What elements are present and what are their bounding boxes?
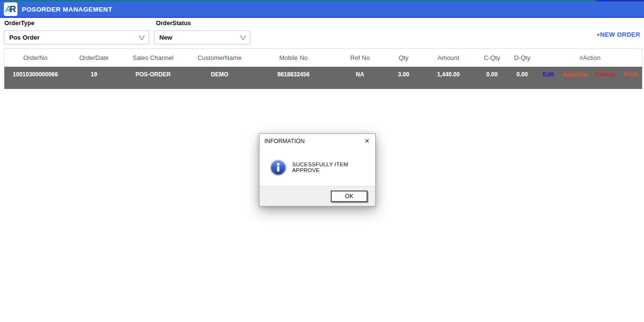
ok-button[interactable]: OK	[331, 190, 368, 202]
col-orderdate: OrderDate	[66, 49, 122, 67]
cell-order-no: 10010300000066	[4, 67, 66, 89]
table-header-row: OrderNo OrderDate Sales Channel Customer…	[4, 49, 642, 67]
order-type-value: Pos Order	[9, 34, 40, 41]
cell-sales-channel: POS-ORDER	[122, 67, 184, 89]
edit-link[interactable]: Edit	[543, 71, 554, 78]
cell-actions: Edit Apporve Cancel Print	[538, 67, 642, 89]
cell-customer-name: DEMO	[184, 67, 255, 89]
dialog-titlebar: INFORMATION ✕	[260, 134, 375, 148]
cell-mobile-no: 9818832456	[255, 67, 332, 89]
new-order-button[interactable]: +NEW ORDER	[597, 31, 640, 38]
dialog-footer: OK	[260, 186, 375, 206]
col-qty: Qty	[388, 49, 419, 67]
cell-qty: 3.00	[388, 67, 419, 89]
col-mobile-no: Mobile No	[255, 49, 332, 67]
top-accent-strip-right	[596, 0, 644, 1]
app-header: A R POSORDER MANAGEMENT	[0, 1, 644, 18]
dialog-body: SUCESSFULLY ITEM APPROVE	[260, 148, 375, 186]
cell-d-qty: 0.00	[506, 67, 538, 89]
cell-c-qty: 0.00	[477, 67, 506, 89]
order-status-select[interactable]: New V	[154, 30, 250, 44]
orders-table-container: OrderNo OrderDate Sales Channel Customer…	[4, 48, 643, 89]
col-ref-no: Ref No	[332, 49, 388, 67]
cell-ref-no: NA	[332, 67, 388, 89]
dialog-message: SUCESSFULLY ITEM APPROVE	[292, 161, 375, 173]
col-orderno: OrderNo	[4, 49, 66, 67]
approve-link[interactable]: Apporve	[563, 71, 587, 78]
col-amount: Amount	[419, 49, 477, 67]
chevron-down-icon: V	[240, 34, 246, 42]
dialog-title: INFORMATION	[264, 138, 305, 145]
app-logo: A R	[4, 2, 17, 16]
col-sales-channel: Sales Channel	[122, 49, 184, 67]
cell-amount: 1,440.00	[419, 67, 477, 89]
info-icon	[270, 159, 287, 176]
col-c-qty: C-Qty	[477, 49, 506, 67]
order-status-value: New	[159, 34, 172, 41]
order-type-select[interactable]: Pos Order V	[4, 30, 149, 44]
ar-logo-icon: A R	[5, 4, 16, 15]
col-action: #Action	[538, 49, 642, 67]
order-type-label: OrderType	[4, 20, 34, 27]
cell-order-date: 19	[66, 67, 122, 89]
order-status-label: OrderStatus	[156, 20, 191, 27]
col-customername: CustomerName	[184, 49, 255, 67]
orders-table: OrderNo OrderDate Sales Channel Customer…	[4, 49, 642, 89]
cancel-link[interactable]: Cancel	[596, 71, 615, 78]
page-title: POSORDER MANAGEMENT	[22, 6, 112, 13]
information-dialog: INFORMATION ✕ SUCESSFULLY ITEM APPROVE O…	[259, 133, 376, 206]
print-link[interactable]: Print	[624, 71, 637, 78]
table-row[interactable]: 10010300000066 19 POS-ORDER DEMO 9818832…	[4, 67, 642, 89]
svg-text:R: R	[10, 4, 16, 14]
col-d-qty: D-Qty	[506, 49, 538, 67]
close-icon[interactable]: ✕	[363, 137, 371, 146]
top-accent-strip	[0, 0, 644, 1]
chevron-down-icon: V	[138, 34, 145, 42]
